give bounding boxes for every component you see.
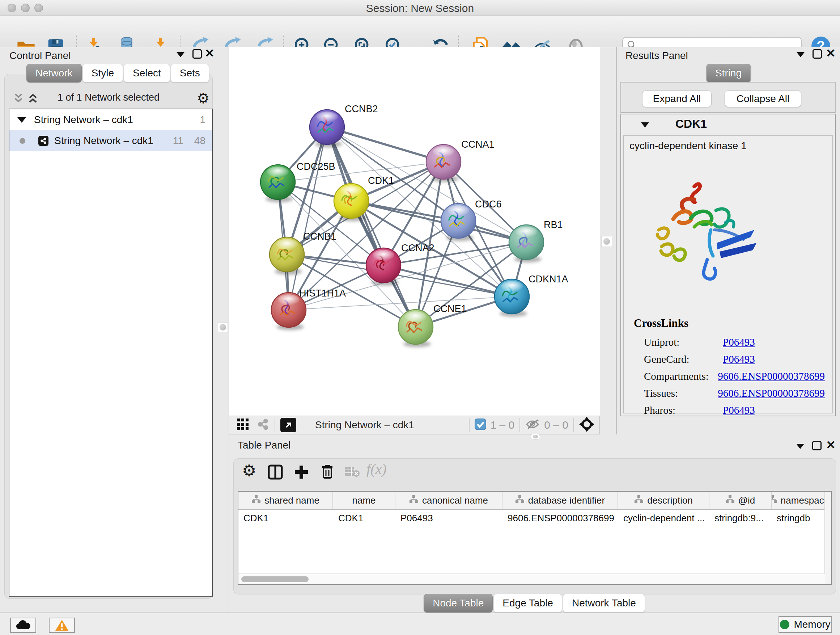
node-label: HIST1H1A: [299, 288, 346, 299]
warning-icon: [55, 619, 69, 631]
memory-button[interactable]: Memory: [778, 616, 832, 633]
column-type-icon: [725, 495, 735, 506]
tab-sets[interactable]: Sets: [171, 64, 209, 82]
column-type-icon: [409, 495, 418, 506]
tab-style[interactable]: Style: [82, 64, 123, 82]
table-panel-float-icon[interactable]: [796, 444, 804, 449]
window-title: Session: New Session: [0, 2, 840, 14]
node-table: shared namenamecanonical namedatabase id…: [238, 491, 832, 585]
right-splitter[interactable]: [600, 47, 617, 434]
network-node-CDKN1A[interactable]: CDKN1A: [494, 274, 568, 317]
network-status-dot: [19, 138, 25, 144]
expand-all-button[interactable]: Expand All: [642, 90, 712, 107]
warnings-button[interactable]: [49, 618, 75, 633]
delete-table-icon[interactable]: [344, 466, 360, 480]
column-header-description[interactable]: description: [618, 492, 709, 509]
table-cell: P06493: [395, 510, 502, 526]
network-edge[interactable]: [289, 127, 327, 310]
results-panel-close-icon[interactable]: ✕: [826, 49, 836, 58]
horizontal-scrollbar-thumb[interactable]: [241, 576, 309, 582]
table-cell: CDK1: [333, 510, 395, 526]
results-panel: Results Panel ✕ String Expand All Collap…: [617, 47, 840, 436]
tab-node-table[interactable]: Node Table: [424, 594, 493, 613]
selected-checkbox-icon[interactable]: [475, 418, 486, 432]
left-splitter[interactable]: [217, 47, 229, 613]
table-panel-maximize-icon[interactable]: [812, 441, 821, 450]
horizontal-scrollbar[interactable]: [238, 573, 825, 584]
tab-network-table[interactable]: Network Table: [563, 594, 645, 613]
network-node-CCNB1[interactable]: CCNB1: [270, 231, 336, 275]
protein-result-card: CDK1 cyclin-dependent kinase 1: [621, 114, 836, 416]
column-header-databaseidentifier[interactable]: database identifier: [502, 492, 618, 509]
right-splitter-handle[interactable]: [601, 236, 612, 247]
memory-status-dot: [780, 620, 789, 629]
table-row[interactable]: CDK1CDK1P064939606.ENSP00000378699cyclin…: [238, 510, 831, 526]
node-label: CCNE1: [433, 303, 467, 314]
table-panel-close-icon[interactable]: ✕: [826, 440, 836, 450]
collection-expand-caret[interactable]: [17, 117, 26, 123]
column-label: @id: [738, 495, 755, 506]
current-network-title: String Network – cdk1: [315, 419, 414, 431]
tab-edge-table[interactable]: Edge Table: [493, 594, 562, 613]
hidden-eye-slash-icon[interactable]: [525, 418, 540, 432]
collection-label: String Network – cdk1: [34, 114, 133, 126]
column-header-name[interactable]: name: [333, 492, 395, 509]
horizontal-splitter-handle[interactable]: [531, 434, 540, 440]
cloud-button[interactable]: [10, 618, 36, 633]
network-collection-row[interactable]: String Network – cdk1 1: [9, 109, 212, 130]
network-node-CDC25B[interactable]: CDC25B: [261, 161, 335, 203]
network-node-CDK1[interactable]: CDK1: [334, 175, 394, 221]
tab-network[interactable]: Network: [27, 64, 82, 82]
crosslink-value-link[interactable]: P06493: [723, 353, 755, 365]
tab-select[interactable]: Select: [124, 64, 170, 82]
results-panel-float-icon[interactable]: [797, 52, 805, 57]
crosslink-row: Uniprot:P06493: [644, 336, 825, 348]
left-splitter-handle[interactable]: [218, 322, 228, 333]
collapse-all-button[interactable]: Collapse All: [725, 90, 801, 107]
results-panel-maximize-icon[interactable]: [813, 49, 822, 59]
crosslink-value-link[interactable]: 9606.ENSP00000378699: [718, 371, 825, 382]
column-header-id[interactable]: @id: [709, 492, 772, 509]
column-header-canonicalname[interactable]: canonical name: [395, 492, 502, 509]
column-header-namespace[interactable]: namespace: [772, 492, 826, 509]
control-panel-tabs: NetworkStyleSelectSets: [27, 64, 210, 82]
crosslink-value-link[interactable]: P06493: [723, 404, 755, 416]
crosslink-value-link[interactable]: P06493: [723, 336, 755, 348]
tab-string[interactable]: String: [706, 64, 751, 82]
delete-column-trash-icon[interactable]: [319, 463, 336, 481]
fit-content-crosshair-icon[interactable]: [579, 417, 594, 433]
show-columns-icon[interactable]: [267, 463, 284, 482]
node-label: CCNA2: [401, 242, 434, 253]
column-label: description: [647, 495, 693, 506]
table-options-gear-icon[interactable]: ⚙: [242, 461, 256, 480]
crosslink-label: Pharos:: [644, 404, 723, 416]
network-node-CCNB2[interactable]: CCNB2: [309, 103, 378, 147]
table-panel: Table Panel ✕ ⚙ f(x) shared namenamecano…: [229, 434, 840, 613]
network-canvas[interactable]: CCNB2CCNA1CDC25BCDK1CDC6RB1CCNB1CCNA2CDK…: [229, 47, 600, 416]
control-panel-float-icon[interactable]: [177, 52, 185, 57]
crosslink-value-link[interactable]: 9606.ENSP00000378699: [718, 387, 825, 399]
node-table-header: shared namenamecanonical namedatabase id…: [238, 492, 831, 510]
network-options-gear-icon[interactable]: ⚙: [197, 90, 210, 106]
network-node-RB1[interactable]: RB1: [509, 219, 563, 263]
network-node-CCNA1[interactable]: CCNA1: [426, 139, 494, 182]
control-panel-maximize-icon[interactable]: [193, 49, 202, 59]
network-overview-share-icon[interactable]: [256, 418, 270, 432]
column-label: namespace: [781, 495, 826, 506]
node-table-body: CDK1CDK1P064939606.ENSP00000378699cyclin…: [238, 510, 831, 526]
protein-collapse-caret[interactable]: [641, 122, 649, 127]
control-panel-close-icon[interactable]: ✕: [205, 49, 215, 58]
add-column-icon[interactable]: [293, 463, 310, 482]
results-panel-title: Results Panel: [625, 50, 688, 61]
network-graph[interactable]: CCNB2CCNA1CDC25BCDK1CDC6RB1CCNB1CCNA2CDK…: [229, 47, 600, 416]
vertical-scrollbar[interactable]: [824, 492, 831, 584]
table-cell: stringdb:9...: [709, 510, 772, 526]
birdseye-grid-icon[interactable]: [236, 418, 249, 432]
network-edge[interactable]: [327, 127, 444, 162]
column-label: name: [352, 495, 376, 506]
function-builder-icon[interactable]: f(x): [366, 461, 387, 478]
network-row[interactable]: String Network – cdk1 11 48: [9, 130, 212, 151]
column-header-sharedname[interactable]: shared name: [238, 492, 333, 509]
open-in-window-icon[interactable]: [280, 418, 296, 432]
crosslink-label: GeneCard:: [644, 353, 723, 365]
